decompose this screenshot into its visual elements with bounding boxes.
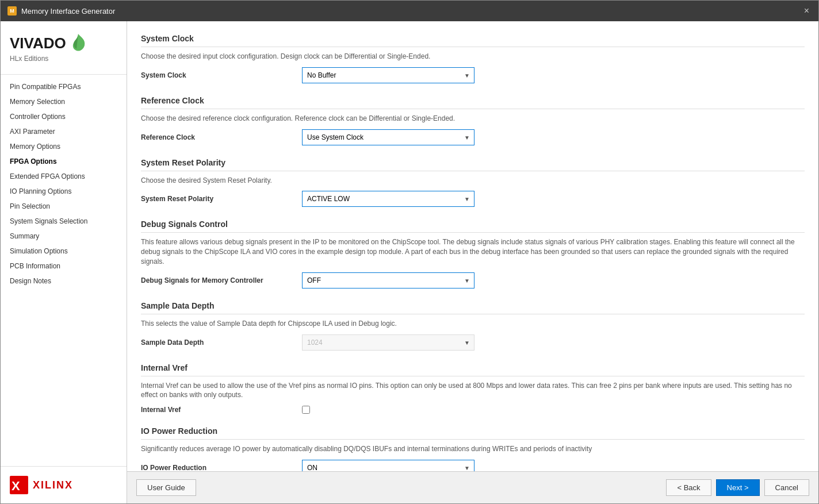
field-label-internal-vref: Internal Vref <box>141 406 302 414</box>
checkbox-wrapper-internal-vref <box>302 406 805 414</box>
field-row-system-reset-polarity: System Reset PolarityACTIVE LOWACTIVE HI… <box>141 191 805 207</box>
section-desc-debug-signals-control: This feature allows various debug signal… <box>141 237 805 266</box>
sidebar-item-memory-options[interactable]: Memory Options <box>1 139 127 154</box>
sidebar-item-extended-fpga-options[interactable]: Extended FPGA Options <box>1 169 127 184</box>
section-desc-system-reset-polarity: Choose the desired System Reset Polarity… <box>141 176 805 186</box>
sidebar-item-design-notes[interactable]: Design Notes <box>1 274 127 288</box>
back-button[interactable]: < Back <box>666 479 711 496</box>
title-bar: M Memory Interface Generator × <box>1 1 818 21</box>
field-control-system-clock: No BufferSingle-EndedDifferential▼ <box>302 67 805 83</box>
sidebar-item-pin-compatible-fpgas[interactable]: Pin Compatible FPGAs <box>1 79 127 94</box>
field-control-io-power-reduction: ONOFF▼ <box>302 460 805 471</box>
select-system-clock[interactable]: No BufferSingle-EndedDifferential <box>302 67 474 83</box>
sidebar-item-pcb-information[interactable]: PCB Information <box>1 259 127 274</box>
field-label-io-power-reduction: IO Power Reduction <box>141 464 302 471</box>
field-control-sample-data-depth: 102420484096▼ <box>302 334 805 351</box>
section-desc-reference-clock: Choose the desired reference clock confi… <box>141 114 805 124</box>
sidebar-item-pin-selection[interactable]: Pin Selection <box>1 199 127 214</box>
field-row-debug-signals-control: Debug Signals for Memory ControllerOFFON… <box>141 272 805 288</box>
content-inner: System ClockChoose the desired input clo… <box>127 21 818 471</box>
section-desc-sample-data-depth: This selects the value of Sample Data de… <box>141 319 805 329</box>
field-label-system-reset-polarity: System Reset Polarity <box>141 195 302 203</box>
section-title-system-clock: System Clock <box>141 30 805 47</box>
field-row-system-clock: System ClockNo BufferSingle-EndedDiffere… <box>141 67 805 83</box>
leaf-icon <box>70 33 87 53</box>
field-row-reference-clock: Reference ClockUse System ClockSingle-En… <box>141 129 805 145</box>
xilinx-logo: X XILINX <box>10 476 117 494</box>
footer-right: < Back Next > Cancel <box>666 479 809 496</box>
section-internal-vref: Internal VrefInternal Vref can be used t… <box>141 360 805 414</box>
sidebar-item-system-signals-selection[interactable]: System Signals Selection <box>1 214 127 229</box>
sidebar-item-fpga-options[interactable]: FPGA Options <box>1 154 127 169</box>
field-row-io-power-reduction: IO Power ReductionONOFF▼ <box>141 460 805 471</box>
vivado-brand: VIVADO HLx Editions <box>10 33 87 63</box>
select-reference-clock[interactable]: Use System ClockSingle-EndedDifferential <box>302 129 474 145</box>
next-button[interactable]: Next > <box>716 479 760 496</box>
select-wrapper-system-reset-polarity: ACTIVE LOWACTIVE HIGH▼ <box>302 191 474 207</box>
select-system-reset-polarity[interactable]: ACTIVE LOWACTIVE HIGH <box>302 191 474 207</box>
section-debug-signals-control: Debug Signals ControlThis feature allows… <box>141 216 805 288</box>
field-label-debug-signals-control: Debug Signals for Memory Controller <box>141 276 302 284</box>
section-desc-system-clock: Choose the desired input clock configura… <box>141 52 805 61</box>
sidebar-nav: Pin Compatible FPGAsMemory SelectionCont… <box>1 75 127 466</box>
checkbox-internal-vref[interactable] <box>302 406 310 414</box>
field-row-sample-data-depth: Sample Data Depth102420484096▼ <box>141 334 805 351</box>
section-reference-clock: Reference ClockChoose the desired refere… <box>141 93 805 145</box>
select-debug-signals-control[interactable]: OFFON <box>302 272 474 288</box>
sidebar-item-axi-parameter[interactable]: AXI Parameter <box>1 124 127 139</box>
sidebar-logo: VIVADO HLx Editions <box>1 21 127 75</box>
sidebar-bottom: X XILINX <box>1 466 127 503</box>
sidebar-item-simulation-options[interactable]: Simulation Options <box>1 244 127 259</box>
section-sample-data-depth: Sample Data DepthThis selects the value … <box>141 298 805 351</box>
section-system-clock: System ClockChoose the desired input clo… <box>141 30 805 83</box>
field-label-sample-data-depth: Sample Data Depth <box>141 338 302 347</box>
section-title-system-reset-polarity: System Reset Polarity <box>141 155 805 171</box>
field-label-system-clock: System Clock <box>141 71 302 79</box>
footer: User Guide < Back Next > Cancel <box>127 471 818 503</box>
section-title-sample-data-depth: Sample Data Depth <box>141 298 805 314</box>
xilinx-label: XILINX <box>33 479 73 491</box>
section-desc-internal-vref: Internal Vref can be used to allow the u… <box>141 381 805 401</box>
section-title-internal-vref: Internal Vref <box>141 360 805 376</box>
vivado-subtitle: HLx Editions <box>10 55 87 63</box>
close-button[interactable]: × <box>802 6 812 16</box>
select-wrapper-system-clock: No BufferSingle-EndedDifferential▼ <box>302 67 474 83</box>
title-bar-left: M Memory Interface Generator <box>7 6 115 16</box>
sidebar-item-io-planning-options[interactable]: IO Planning Options <box>1 184 127 199</box>
field-control-reference-clock: Use System ClockSingle-EndedDifferential… <box>302 129 805 145</box>
select-io-power-reduction[interactable]: ONOFF <box>302 460 474 471</box>
section-title-reference-clock: Reference Clock <box>141 93 805 109</box>
content-area: System ClockChoose the desired input clo… <box>127 21 818 503</box>
field-control-internal-vref <box>302 406 805 414</box>
select-sample-data-depth[interactable]: 102420484096 <box>302 334 474 351</box>
select-wrapper-debug-signals-control: OFFON▼ <box>302 272 474 288</box>
sidebar: VIVADO HLx Editions Pin Compatible FPGAs… <box>1 21 127 503</box>
sidebar-item-controller-options[interactable]: Controller Options <box>1 109 127 124</box>
field-control-debug-signals-control: OFFON▼ <box>302 272 805 288</box>
select-wrapper-io-power-reduction: ONOFF▼ <box>302 460 474 471</box>
window-title: Memory Interface Generator <box>21 7 115 16</box>
sidebar-item-memory-selection[interactable]: Memory Selection <box>1 94 127 109</box>
section-title-debug-signals-control: Debug Signals Control <box>141 216 805 233</box>
field-row-internal-vref: Internal Vref <box>141 406 805 414</box>
select-wrapper-reference-clock: Use System ClockSingle-EndedDifferential… <box>302 129 474 145</box>
field-control-system-reset-polarity: ACTIVE LOWACTIVE HIGH▼ <box>302 191 805 207</box>
footer-left: User Guide <box>136 479 196 496</box>
user-guide-button[interactable]: User Guide <box>136 479 196 496</box>
svg-text:X: X <box>12 479 20 493</box>
vivado-text: VIVADO <box>10 34 66 52</box>
xilinx-x-icon: X <box>10 476 28 494</box>
vivado-logo-area: VIVADO HLx Editions <box>10 33 117 63</box>
cancel-button[interactable]: Cancel <box>764 479 809 496</box>
section-system-reset-polarity: System Reset PolarityChoose the desired … <box>141 155 805 207</box>
section-title-io-power-reduction: IO Power Reduction <box>141 423 805 440</box>
select-wrapper-sample-data-depth: 102420484096▼ <box>302 334 474 351</box>
main-content: VIVADO HLx Editions Pin Compatible FPGAs… <box>1 21 818 503</box>
app-icon: M <box>7 6 17 16</box>
section-desc-io-power-reduction: Significantly reduces average IO power b… <box>141 444 805 454</box>
sidebar-item-summary[interactable]: Summary <box>1 229 127 244</box>
field-label-reference-clock: Reference Clock <box>141 133 302 141</box>
section-io-power-reduction: IO Power ReductionSignificantly reduces … <box>141 423 805 471</box>
app-window: M Memory Interface Generator × VIVADO <box>0 0 819 504</box>
content-scroll[interactable]: System ClockChoose the desired input clo… <box>127 21 818 471</box>
